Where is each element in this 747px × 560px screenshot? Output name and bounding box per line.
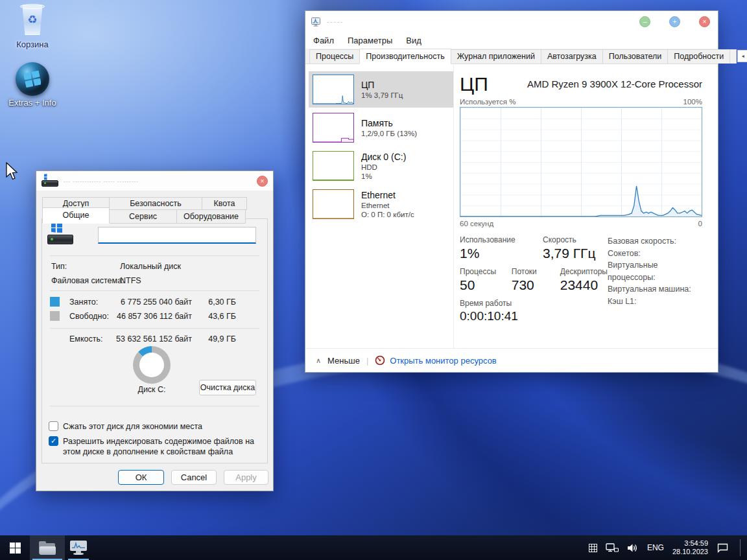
menu-view[interactable]: Вид	[406, 36, 421, 45]
sidebar-item-title: Диск 0 (C:)	[361, 152, 406, 162]
taskbar-task-manager-button[interactable]	[65, 535, 92, 560]
stat-usage-value: 1%	[460, 246, 543, 261]
desktop-icon-extras-info[interactable]: Extras + Info	[5, 62, 60, 108]
compress-drive-checkbox[interactable]	[49, 421, 58, 431]
ok-button[interactable]: ОК	[118, 470, 164, 485]
open-resource-monitor-link[interactable]: Открыть монитор ресурсов	[375, 355, 496, 366]
free-size: 43,6 ГБ	[208, 312, 236, 321]
disk-usage-donut-chart	[133, 346, 171, 384]
stat-threads-label: Потоки	[512, 267, 560, 276]
filesystem-label: Файловая система:	[51, 276, 124, 285]
menu-file[interactable]: Файл	[313, 36, 334, 45]
tab-users[interactable]: Пользователи	[602, 49, 669, 64]
tab-general[interactable]: Общие	[42, 207, 110, 224]
tab-quota[interactable]: Квота	[202, 197, 247, 210]
task-manager-app-icon	[311, 18, 322, 27]
cpu-mini-chart	[313, 75, 354, 104]
tab-app-history[interactable]: Журнал приложений	[451, 49, 541, 64]
tab-scroll-left-button[interactable]: ◄	[737, 50, 747, 62]
capacity-label: Емкость:	[69, 334, 102, 344]
drive-app-icon	[42, 173, 57, 189]
resource-monitor-link-label: Открыть монитор ресурсов	[390, 356, 496, 366]
general-tab-page: Тип: Локальный диск Файловая система: NT…	[42, 218, 268, 463]
used-size: 6,30 ГБ	[208, 298, 236, 307]
stat-usage-label: Использование	[460, 235, 543, 244]
dialog-titlebar[interactable]: --- ------------ ----- --------- ×	[36, 171, 273, 191]
allow-indexing-checkbox[interactable]	[49, 436, 58, 446]
capacity-bytes: 53 632 561 152 байт	[116, 334, 192, 344]
free-space-legend-swatch	[50, 311, 60, 321]
cpu-usage-chart	[460, 107, 702, 217]
used-bytes: 6 775 255 040 байт	[121, 298, 192, 307]
stat-uptime-label: Время работы	[460, 299, 518, 308]
minimize-button[interactable]: –	[639, 16, 650, 27]
show-hidden-icons-button[interactable]	[589, 544, 597, 552]
compress-drive-label: Сжать этот диск для экономии места	[63, 422, 255, 432]
chevron-up-icon[interactable]: ∧	[316, 356, 321, 365]
tab-security[interactable]: Безопасность	[109, 197, 202, 210]
cancel-button[interactable]: Cancel	[171, 470, 217, 485]
cpu-panel: ЦП AMD Ryzen 9 3900X 12-Core Processor И…	[454, 65, 718, 348]
tab-processes[interactable]: Процессы	[309, 49, 360, 64]
menu-options[interactable]: Параметры	[348, 36, 392, 45]
extras-orb-icon	[16, 62, 49, 96]
performance-sidebar: ЦП 1% 3,79 ГГц Память 1,2/9,0 ГБ (13%)	[305, 65, 454, 348]
ethernet-mini-chart	[313, 189, 354, 219]
start-button[interactable]	[0, 535, 30, 560]
sidebar-item-sub: 1% 3,79 ГГц	[361, 91, 403, 100]
clock-time: 3:54:59	[672, 539, 708, 548]
tab-services-truncated[interactable]: С	[729, 49, 737, 64]
cpu-stats: Использование 1% Скорость 3,79 ГГц Проце…	[460, 235, 608, 329]
taskbar-clock[interactable]: 3:54:59 28.10.2023	[672, 539, 708, 556]
taskbar-file-explorer-button[interactable]	[30, 535, 65, 560]
memory-mini-chart	[313, 113, 354, 143]
info-l1-cache-label: Кэш L1:	[608, 296, 702, 308]
chart-x-left-label: 60 секунд	[460, 220, 493, 228]
cpu-panel-title: ЦП	[460, 73, 488, 95]
desktop-icon-label: Extras + Info	[5, 98, 60, 108]
stat-threads-value: 730	[512, 277, 560, 293]
volume-icon[interactable]	[627, 543, 639, 553]
chart-y-max-label: 100%	[683, 98, 702, 106]
maximize-button[interactable]: +	[669, 16, 680, 27]
tab-details[interactable]: Подробности	[667, 49, 730, 64]
tab-performance[interactable]: Производительность	[359, 49, 451, 64]
action-center-icon[interactable]	[717, 542, 729, 553]
sidebar-item-ethernet[interactable]: Ethernet Ethernet О: 0 П: 0 кбит/с	[309, 186, 453, 222]
sidebar-item-disk0[interactable]: Диск 0 (C:) HDD 1%	[309, 148, 453, 184]
tab-tools[interactable]: Сервис	[109, 209, 177, 224]
network-icon[interactable]	[606, 543, 619, 553]
sidebar-item-sub2: О: 0 П: 0 кбит/с	[361, 210, 414, 219]
footer-divider: |	[366, 356, 368, 366]
sidebar-item-cpu[interactable]: ЦП 1% 3,79 ГГц	[309, 71, 453, 108]
drive-icon	[47, 223, 76, 249]
stat-speed-label: Скорость	[543, 235, 595, 244]
task-manager-window: ----- – + × Файл Параметры Вид Процессы …	[305, 10, 718, 373]
filesystem-value: NTFS	[120, 276, 141, 285]
close-button[interactable]: ×	[699, 16, 710, 27]
stat-processes-value: 50	[460, 277, 512, 293]
stat-processes-label: Процессы	[460, 267, 512, 276]
stat-handles-label: Дескрипторы	[560, 267, 608, 276]
tab-startup[interactable]: Автозагрузка	[541, 49, 603, 64]
info-virtual-machine-label: Виртуальная машина:	[608, 283, 702, 296]
disk-cleanup-button[interactable]: Очистка диска	[199, 380, 256, 395]
task-manager-titlebar[interactable]: ----- – + ×	[305, 11, 718, 32]
dialog-tabs: Доступ Безопасность Квота Общие Сервис О…	[36, 191, 273, 224]
system-tray: ENG 3:54:59 28.10.2023	[589, 535, 747, 560]
desktop-icon-label: Корзина	[5, 40, 60, 49]
dialog-title: --- ------------ ----- ---------	[64, 178, 139, 184]
chart-y-axis-label: Используется %	[460, 98, 516, 106]
tab-hardware[interactable]: Оборудование	[176, 209, 246, 224]
fewer-details-button[interactable]: Меньше	[327, 356, 360, 366]
windows-logo-icon	[10, 542, 21, 554]
volume-label-input[interactable]	[98, 227, 256, 244]
dialog-close-button[interactable]: ×	[257, 176, 268, 187]
apply-button[interactable]: Apply	[224, 470, 268, 485]
type-label: Тип:	[51, 262, 67, 271]
sidebar-item-memory[interactable]: Память 1,2/9,0 ГБ (13%)	[309, 110, 453, 146]
desktop-icon-recycle-bin[interactable]: ♻ Корзина	[5, 4, 60, 49]
language-indicator[interactable]: ENG	[647, 543, 664, 552]
show-desktop-divider[interactable]	[740, 539, 741, 556]
info-sockets-label: Сокетов:	[608, 248, 702, 260]
